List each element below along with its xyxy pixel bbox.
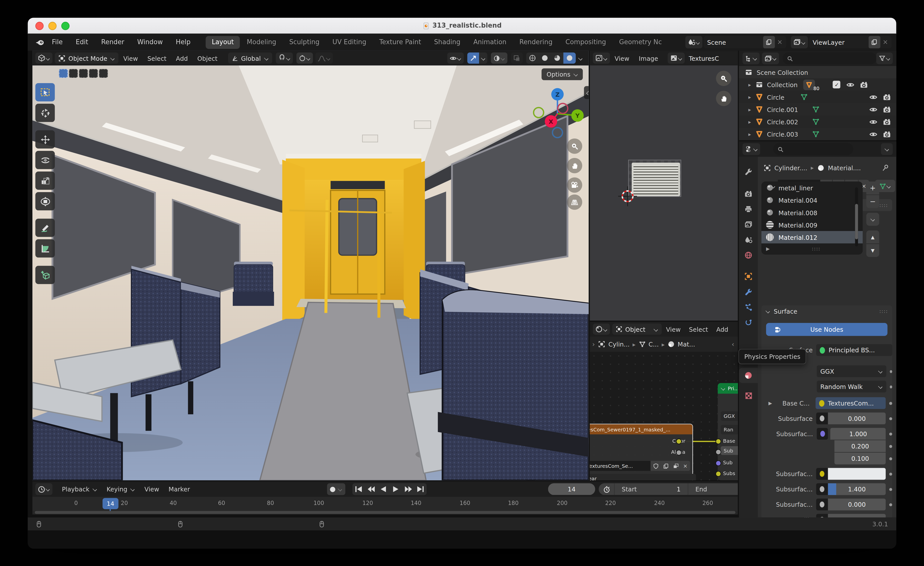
expand-icon[interactable]: ▸	[748, 82, 751, 87]
timeline-menu-playback[interactable]: Playback	[57, 481, 102, 497]
tab-scene[interactable]	[739, 232, 758, 248]
animate-dot[interactable]	[890, 488, 892, 491]
sss-method-dropdown[interactable]: Random Walk	[817, 381, 886, 392]
tab-texture[interactable]	[739, 388, 758, 403]
move-slot-up-button[interactable]: ▲	[866, 231, 879, 244]
use-preview-range-button[interactable]	[598, 483, 614, 495]
material-slot-008[interactable]: Material.008	[761, 206, 863, 218]
workspace-tab-uv-editing[interactable]: UV Editing	[327, 36, 372, 49]
menu-window[interactable]: Window	[131, 34, 169, 51]
image-menu-view[interactable]: View	[610, 51, 634, 66]
subsurface-slider[interactable]: 0.000	[816, 413, 886, 424]
principled-distribution-field[interactable]: GGX	[721, 411, 738, 421]
render-camera-icon[interactable]	[860, 80, 868, 89]
breadcrumb-material[interactable]: Material....	[828, 164, 861, 171]
shader-menu-select[interactable]: Select	[685, 322, 712, 336]
render-camera-icon[interactable]	[883, 105, 891, 114]
minimize-button[interactable]	[48, 22, 57, 30]
image-node-fake-user-button[interactable]	[651, 461, 661, 471]
scene-copy-button[interactable]	[763, 36, 775, 48]
tab-output[interactable]	[739, 202, 758, 217]
tab-physics[interactable]	[739, 315, 758, 330]
editor-type-button-3d[interactable]	[35, 53, 52, 64]
menu-file[interactable]: File	[45, 34, 69, 51]
tab-particles[interactable]	[739, 299, 758, 315]
animate-dot[interactable]	[890, 417, 892, 420]
use-nodes-button[interactable]: Use Nodes	[766, 323, 887, 336]
subsurface-aniso-slider[interactable]: 0.000	[816, 499, 886, 510]
end-frame-field[interactable]: End 250	[688, 483, 738, 495]
outliner-search-input[interactable]	[783, 53, 876, 64]
editor-type-button-outliner[interactable]	[742, 53, 759, 64]
panel-grip[interactable]: ::::	[879, 203, 888, 208]
subsurface-ior-slider[interactable]: 1.400	[816, 483, 886, 495]
viewlayer-unlink-button[interactable]: ×	[883, 38, 888, 46]
navigation-gizmo[interactable]: Z Y X	[528, 85, 588, 144]
viewport-pan-button[interactable]	[567, 158, 582, 173]
slot-specials-button[interactable]	[866, 213, 879, 226]
axis-neg-x-handle[interactable]	[534, 108, 544, 117]
tool-annotate[interactable]	[35, 219, 55, 237]
shading-rendered-button[interactable]	[564, 53, 576, 64]
editor-type-button-timeline[interactable]	[35, 483, 52, 495]
animate-dot[interactable]	[890, 370, 892, 373]
viewlayer-selector[interactable]: ViewLayer ×	[809, 36, 892, 48]
play-button[interactable]	[389, 483, 402, 495]
radius-x-field[interactable]: 1.000	[831, 428, 886, 440]
gizmos-dropdown[interactable]	[479, 53, 488, 64]
current-frame-field[interactable]: 14	[548, 483, 596, 495]
tab-modifiers[interactable]	[739, 284, 758, 299]
viewport-camera-view-button[interactable]	[567, 177, 582, 192]
snap-toggle[interactable]	[276, 53, 292, 64]
move-slot-down-button[interactable]: ▼	[866, 244, 879, 257]
timeline-ruler[interactable]: 0 20 40 60 80 100 120 140 160 180 200 22…	[32, 497, 738, 511]
shading-solid-button[interactable]	[538, 53, 551, 64]
distribution-dropdown[interactable]: GGX	[817, 365, 886, 377]
viewport-perspective-button[interactable]	[567, 194, 582, 210]
play-reverse-button[interactable]	[377, 483, 389, 495]
breadcrumb-material[interactable]: Mat...	[678, 341, 695, 348]
panel-grip[interactable]: ::::	[879, 309, 888, 314]
principled-input-sub-field[interactable]: Sub	[721, 446, 738, 455]
tab-material[interactable]	[739, 368, 758, 383]
timeline-menu-view[interactable]: View	[140, 481, 164, 497]
breadcrumb-object[interactable]: Cylin...	[608, 341, 630, 348]
hide-eye-icon[interactable]	[869, 93, 878, 101]
outliner-filter-button[interactable]	[876, 53, 893, 64]
axis-neg-y-handle[interactable]	[558, 104, 568, 114]
workspace-tab-sculpting[interactable]: Sculpting	[283, 36, 326, 49]
base-color-value[interactable]: TexturesCom...	[816, 397, 886, 409]
next-keyframe-button[interactable]	[402, 483, 414, 495]
animate-dot[interactable]	[890, 472, 892, 475]
material-slot-004[interactable]: Material.004	[761, 194, 863, 206]
pin-icon[interactable]	[882, 164, 890, 171]
tool-move[interactable]	[35, 130, 55, 149]
animate-dot[interactable]	[890, 445, 892, 448]
hide-eye-icon[interactable]	[869, 130, 878, 138]
viewlayer-copy-button[interactable]	[868, 36, 880, 48]
select-mode-subtract-button[interactable]	[79, 69, 88, 78]
image-node-header[interactable]: xturesCom_Sewer0197_1_masked_...	[590, 424, 692, 434]
select-mode-set-button[interactable]	[59, 69, 68, 78]
viewport-zoom-button[interactable]	[567, 139, 582, 154]
timeline-scrollbar[interactable]	[34, 511, 735, 514]
editor-type-button-properties[interactable]	[742, 143, 760, 155]
overlays-toggle[interactable]	[491, 53, 507, 64]
workspace-tab-animation[interactable]: Animation	[468, 36, 513, 49]
tool-scale[interactable]	[35, 171, 55, 190]
shader-menu-add[interactable]: Add	[712, 322, 732, 336]
select-mode-extend-button[interactable]	[69, 69, 78, 78]
workspace-tab-geometry-nodes[interactable]: Geometry Nc	[613, 36, 668, 49]
viewlayer-type-button[interactable]	[791, 36, 808, 48]
image-datablock-name[interactable]: TexturesC	[685, 52, 738, 64]
outliner-display-mode-button[interactable]	[762, 53, 779, 64]
animate-dot[interactable]	[890, 503, 892, 506]
image-zoom-button[interactable]	[716, 71, 731, 86]
properties-search-input[interactable]	[773, 143, 853, 155]
falloff-dropdown[interactable]	[315, 53, 333, 64]
node-canvas[interactable]: Pri... GGX Ran Base Sub Sub Subs xturesC…	[590, 352, 738, 480]
viewport-menu-view[interactable]: View	[118, 51, 142, 66]
slot-expand-icon[interactable]: ▶	[766, 246, 770, 251]
auto-keying-button[interactable]	[327, 483, 345, 495]
start-frame-field[interactable]: Start 1	[615, 483, 688, 495]
